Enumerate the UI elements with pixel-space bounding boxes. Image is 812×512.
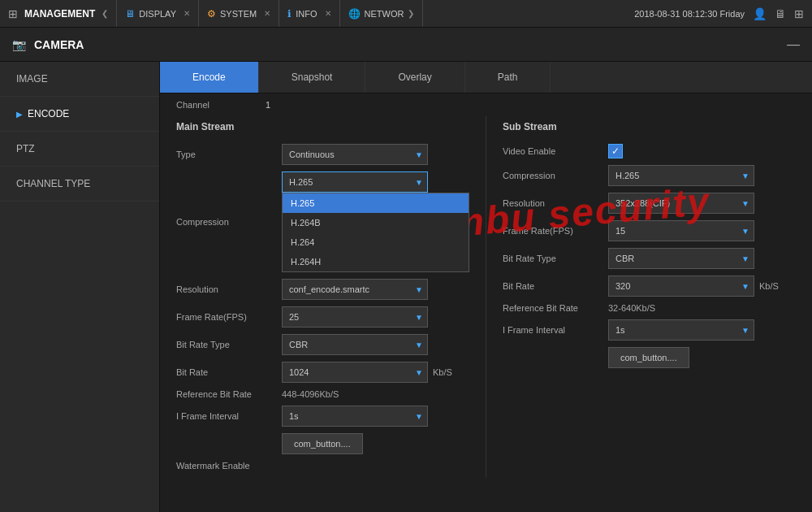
tab-system-label: SYSTEM bbox=[220, 9, 257, 19]
sub-i-frame-control: 1s ▼ bbox=[608, 319, 796, 341]
dropdown-item-h265[interactable]: H.265 bbox=[283, 193, 469, 213]
tab-overlay-label: Overlay bbox=[398, 72, 431, 83]
bit-rate-type-row: Bit Rate Type CBR ▼ bbox=[176, 334, 469, 355]
minimize-button[interactable]: — bbox=[787, 37, 800, 52]
sidebar-item-ptz[interactable]: PTZ bbox=[0, 132, 159, 167]
sub-resolution-control: 352x288(CIF) ▼ bbox=[608, 193, 796, 214]
sub-bit-rate-select[interactable]: 320 bbox=[608, 276, 754, 297]
sub-ref-bit-rate-row: Reference Bit Rate 32-640Kb/S bbox=[503, 303, 796, 313]
frame-rate-label: Frame Rate(FPS) bbox=[176, 312, 282, 322]
top-bar: ⊞ MANAGEMENT ❮ 🖥 DISPLAY ✕ ⚙ SYSTEM ✕ ℹ … bbox=[0, 0, 812, 28]
camera-bar: 📷 CAMERA — bbox=[0, 28, 812, 62]
tab-network[interactable]: 🌐 NETWOR ❯ bbox=[340, 0, 424, 27]
compression-row: Compression H.265 ▼ H.26 bbox=[176, 171, 469, 272]
compression-select-wrap: H.265 ▼ bbox=[282, 171, 428, 193]
tab-info[interactable]: ℹ INFO ✕ bbox=[279, 0, 339, 27]
compression-dropdown-menu: H.265 H.264B H.264 H.264H bbox=[282, 193, 469, 272]
sub-resolution-select[interactable]: 352x288(CIF) bbox=[608, 193, 754, 214]
i-frame-row: I Frame Interval 1s ▼ bbox=[176, 406, 469, 427]
sidebar-item-image[interactable]: IMAGE bbox=[0, 62, 159, 97]
tab-display[interactable]: 🖥 DISPLAY ✕ bbox=[117, 0, 199, 27]
sub-bit-rate-type-select-wrap: CBR ▼ bbox=[608, 248, 754, 269]
bit-rate-unit: Kb/S bbox=[433, 367, 452, 377]
sub-compression-select[interactable]: H.265 bbox=[608, 165, 754, 186]
sub-bit-rate-label: Bit Rate bbox=[503, 281, 608, 291]
sub-bit-rate-select-wrap: 320 ▼ bbox=[608, 276, 754, 297]
tab-display-label: DISPLAY bbox=[139, 9, 176, 19]
sidebar-ptz-label: PTZ bbox=[16, 143, 35, 154]
tab-network-label: NETWOR bbox=[365, 9, 404, 19]
sub-bit-rate-row: Bit Rate 320 ▼ Kb/S bbox=[503, 276, 796, 297]
type-label: Type bbox=[176, 150, 282, 159]
sub-resolution-select-wrap: 352x288(CIF) ▼ bbox=[608, 193, 754, 214]
channel-row: Channel 1 bbox=[160, 93, 812, 116]
sub-ref-bit-rate-value: 32-640Kb/S bbox=[608, 303, 655, 313]
sub-frame-rate-control: 15 ▼ bbox=[608, 220, 796, 241]
two-column-layout: Main Stream Type Continuous ▼ bbox=[160, 116, 812, 477]
datetime-label: 2018-08-31 08:12:30 Friday bbox=[634, 9, 745, 19]
type-row: Type Continuous ▼ bbox=[176, 144, 469, 165]
sidebar: IMAGE ▶ ENCODE PTZ CHANNEL TYPE bbox=[0, 62, 160, 512]
sub-i-frame-select[interactable]: 1s bbox=[608, 319, 754, 341]
tab-bar: Encode Snapshot Overlay Path bbox=[160, 62, 812, 93]
sub-i-frame-row: I Frame Interval 1s ▼ bbox=[503, 319, 796, 341]
sidebar-item-channel-type[interactable]: CHANNEL TYPE bbox=[0, 167, 159, 202]
sub-resolution-label: Resolution bbox=[503, 198, 608, 208]
frame-rate-row: Frame Rate(FPS) 25 ▼ bbox=[176, 306, 469, 328]
sub-ref-bit-rate-label: Reference Bit Rate bbox=[503, 303, 608, 313]
bit-rate-select[interactable]: 1024 bbox=[282, 362, 428, 383]
i-frame-select[interactable]: 1s bbox=[282, 406, 428, 427]
sub-frame-rate-select-wrap: 15 ▼ bbox=[608, 220, 754, 241]
tab-system[interactable]: ⚙ SYSTEM ✕ bbox=[199, 0, 279, 27]
main-stream-button[interactable]: com_button.... bbox=[282, 433, 363, 454]
tab-system-close[interactable]: ✕ bbox=[264, 9, 270, 18]
video-enable-checkbox[interactable]: ✓ bbox=[608, 144, 623, 158]
main-button-row: com_button.... bbox=[176, 433, 469, 454]
tab-snapshot[interactable]: Snapshot bbox=[259, 62, 366, 93]
type-select[interactable]: Continuous bbox=[282, 144, 428, 165]
sub-bit-rate-type-select[interactable]: CBR bbox=[608, 248, 754, 269]
bit-rate-label: Bit Rate bbox=[176, 367, 282, 377]
sub-bit-rate-type-control: CBR ▼ bbox=[608, 248, 796, 269]
user-icon[interactable]: 👤 bbox=[753, 7, 767, 20]
bit-rate-row: Bit Rate 1024 ▼ Kb/S bbox=[176, 362, 469, 383]
sub-i-frame-select-wrap: 1s ▼ bbox=[608, 319, 754, 341]
tab-encode[interactable]: Encode bbox=[160, 62, 259, 93]
tab-display-close[interactable]: ✕ bbox=[184, 9, 190, 18]
dropdown-item-h264h[interactable]: H.264H bbox=[283, 252, 469, 271]
bit-rate-control: 1024 ▼ Kb/S bbox=[282, 362, 469, 383]
grid-apps-icon[interactable]: ⊞ bbox=[794, 7, 804, 20]
sub-button-row: com_button.... bbox=[503, 347, 796, 368]
display-icon: 🖥 bbox=[125, 8, 135, 20]
resolution-row: Resolution conf_encode.smartc ▼ bbox=[176, 279, 469, 300]
tab-info-close[interactable]: ✕ bbox=[325, 9, 331, 18]
bit-rate-type-select[interactable]: CBR bbox=[282, 334, 428, 355]
network-icon: 🌐 bbox=[348, 8, 361, 20]
bit-rate-select-wrap: 1024 ▼ bbox=[282, 362, 428, 383]
main-layout: IMAGE ▶ ENCODE PTZ CHANNEL TYPE Encode S… bbox=[0, 62, 812, 512]
i-frame-label: I Frame Interval bbox=[176, 411, 282, 421]
content-area: Encode Snapshot Overlay Path jimbu secur… bbox=[160, 62, 812, 512]
dropdown-item-h264[interactable]: H.264 bbox=[283, 232, 469, 252]
sub-stream-button[interactable]: com_button.... bbox=[608, 347, 689, 368]
dropdown-item-h264b[interactable]: H.264B bbox=[283, 213, 469, 232]
chevron-left-icon: ❮ bbox=[102, 9, 108, 18]
sub-frame-rate-select[interactable]: 15 bbox=[608, 220, 754, 241]
resolution-select[interactable]: conf_encode.smartc bbox=[282, 279, 428, 300]
frame-rate-select[interactable]: 25 bbox=[282, 306, 428, 328]
chevron-right-icon: ❯ bbox=[408, 9, 414, 18]
channel-value: 1 bbox=[266, 100, 270, 110]
i-frame-control: 1s ▼ bbox=[282, 406, 469, 427]
sidebar-encode-label: ENCODE bbox=[28, 108, 69, 119]
ref-bit-rate-label: Reference Bit Rate bbox=[176, 389, 282, 399]
grid-icon: ⊞ bbox=[8, 7, 18, 20]
sub-bit-rate-unit: Kb/S bbox=[759, 281, 779, 291]
sidebar-item-encode[interactable]: ▶ ENCODE bbox=[0, 97, 159, 132]
monitor-icon[interactable]: 🖥 bbox=[775, 7, 786, 20]
management-tab[interactable]: ⊞ MANAGEMENT ❮ bbox=[0, 0, 117, 27]
sub-compression-label: Compression bbox=[503, 171, 608, 180]
compression-select[interactable]: H.265 bbox=[282, 171, 428, 193]
tab-path[interactable]: Path bbox=[465, 62, 551, 93]
tab-overlay[interactable]: Overlay bbox=[365, 62, 464, 93]
sub-resolution-row: Resolution 352x288(CIF) ▼ bbox=[503, 193, 796, 214]
